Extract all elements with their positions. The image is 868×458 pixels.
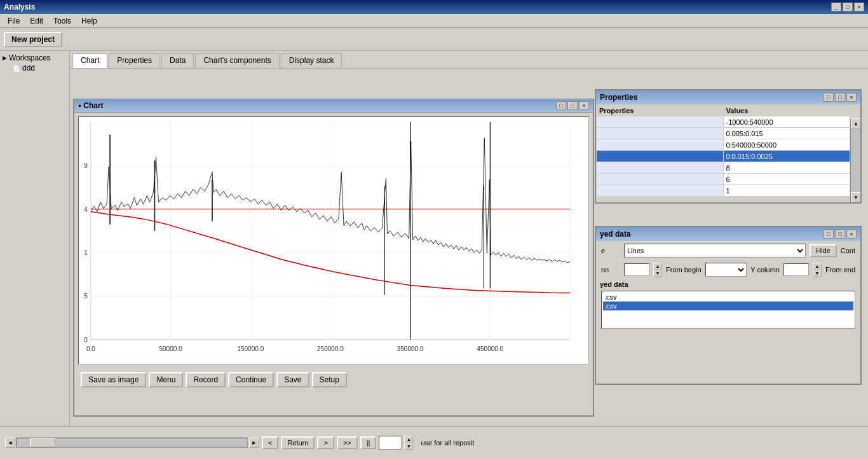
chart-window-controls[interactable]: □ □ × [556,101,589,110]
props-col-properties: Properties [597,105,724,116]
ddd-label: ddd [22,64,35,73]
data-type-row: e Lines Hide Cont [596,241,860,260]
menu-edit[interactable]: Edit [25,15,48,27]
y-column-input[interactable]: 1 [783,263,809,276]
window-controls[interactable]: _ □ × [831,3,864,11]
new-project-button[interactable]: New project [4,32,62,47]
save-button[interactable]: Save [276,372,309,387]
prop-value-1: -10000:540000 [723,116,850,128]
continue-button[interactable]: Continue [228,372,274,387]
greater-than-btn[interactable]: > [317,436,334,449]
fast-forward-btn[interactable]: >> [337,436,358,449]
data-min-btn[interactable]: □ [824,230,834,239]
column-label: nn [601,266,620,274]
props-header: Properties Values [597,105,850,116]
prop-name-7 [597,185,724,197]
column-input[interactable]: 1 [624,263,649,276]
svg-text:450000.0: 450000.0 [477,345,503,352]
props-max-btn[interactable]: □ [835,93,845,102]
list-item[interactable]: .csv [603,302,853,310]
prop-name-2 [597,128,724,139]
scroll-track[interactable] [17,438,248,448]
prop-name-6 [597,174,724,185]
svg-text:150000.0: 150000.0 [237,345,264,352]
nav-step-up[interactable]: ▲ [404,436,413,443]
tab-properties[interactable]: Properties [109,53,160,68]
hide-button[interactable]: Hide [810,244,837,257]
from-begin-label: From begin [666,266,702,274]
save-as-image-button[interactable]: Save as image [81,372,146,387]
properties-title: Properties [600,93,637,102]
maximize-btn[interactable]: □ [843,3,853,11]
tab-display-stack[interactable]: Display stack [281,53,342,68]
sidebar-item-ddd[interactable]: 📄 ddd [3,64,67,73]
chart-icon: ▪ [78,101,81,110]
data-panel: yed data □ □ × e Lines Hide Cont nn 1 ▲ … [595,226,862,385]
svg-text:250000.0: 250000.0 [317,345,344,352]
col-step-up[interactable]: ▲ [653,263,662,270]
return-button[interactable]: Return [281,436,315,449]
ycol-step-up[interactable]: ▲ [813,263,822,270]
scroll-thumb[interactable] [30,438,55,447]
table-row: -10000:540000 [597,116,850,128]
chart-close-btn[interactable]: × [579,101,589,110]
file-list: .csv .csv [601,291,855,329]
yed-data-label: yed data [596,279,860,289]
close-btn[interactable]: × [854,3,864,11]
props-min-btn[interactable]: □ [824,93,834,102]
nav-value-input[interactable]: 1 [379,436,402,450]
nav-stepper[interactable]: ▲ ▼ [404,436,413,450]
props-close-btn[interactable]: × [846,93,857,102]
col-step-down[interactable]: ▼ [653,270,662,277]
properties-table: Properties Values -10000:540000 0.005:0.… [596,104,850,197]
from-begin-select[interactable] [705,263,747,277]
tab-chart[interactable]: Chart [72,53,107,68]
prop-value-7: 1 [723,185,850,197]
chart-window-titlebar: ▪ Chart □ □ × [74,99,593,113]
use-repos-label: use for all reposit [421,439,474,447]
workspaces-label: Workspaces [9,53,51,62]
scroll-right-btn[interactable]: ► [249,438,259,448]
svg-text:350000.0: 350000.0 [397,345,424,352]
scroll-left-btn[interactable]: ◄ [5,438,15,448]
table-row: 0.005:0.015 [597,128,850,139]
type-select[interactable]: Lines [624,244,806,258]
chart-window: ▪ Chart □ □ × [73,99,594,417]
scroll-up-btn[interactable]: ▲ [851,118,860,128]
sidebar-workspaces[interactable]: ▶ Workspaces [3,53,67,62]
data-max-btn[interactable]: □ [835,230,845,239]
chart-max-btn[interactable]: □ [567,101,578,110]
table-row-selected[interactable]: 0:0.015:0.0025 [597,151,850,162]
tab-chart-components[interactable]: Chart's components [195,53,279,68]
less-than-btn[interactable]: < [262,436,278,449]
properties-panel: Properties □ □ × Properties Values -1000… [595,89,862,204]
bottom-bar: ◄ ► < Return > >> || 1 ▲ ▼ use for all r… [0,426,868,458]
data-close-btn[interactable]: × [846,230,857,239]
list-item[interactable]: .csv [603,293,853,302]
prop-name-3 [597,139,724,151]
properties-scrollbar[interactable]: ▲ ▼ [850,118,860,202]
scroll-down-btn[interactable]: ▼ [851,192,860,202]
prop-name-5 [597,162,724,174]
chart-min-btn[interactable]: □ [556,101,566,110]
table-row: 1 [597,185,850,197]
record-button[interactable]: Record [186,372,226,387]
properties-titlebar: Properties □ □ × [596,90,860,104]
svg-text:0.0050: 0.0050 [84,337,88,344]
ycol-step-down[interactable]: ▼ [813,270,822,277]
tab-data[interactable]: Data [161,53,194,68]
menu-help[interactable]: Help [76,15,102,27]
prop-name-4 [597,151,724,162]
pause-btn[interactable]: || [360,436,377,449]
properties-controls[interactable]: □ □ × [824,93,857,102]
menu-file[interactable]: File [3,15,25,27]
menu-button[interactable]: Menu [149,372,183,387]
nav-step-down[interactable]: ▼ [404,443,413,450]
prop-value-3: 0:540000:50000 [723,139,850,151]
data-column-row: nn 1 ▲ ▼ From begin Y column 1 ▲ ▼ From … [596,260,860,279]
setup-button[interactable]: Setup [312,372,347,387]
data-panel-controls[interactable]: □ □ × [824,230,857,239]
menu-tools[interactable]: Tools [48,15,76,27]
minimize-btn[interactable]: _ [831,3,841,11]
app-title: Analysis [4,3,35,11]
